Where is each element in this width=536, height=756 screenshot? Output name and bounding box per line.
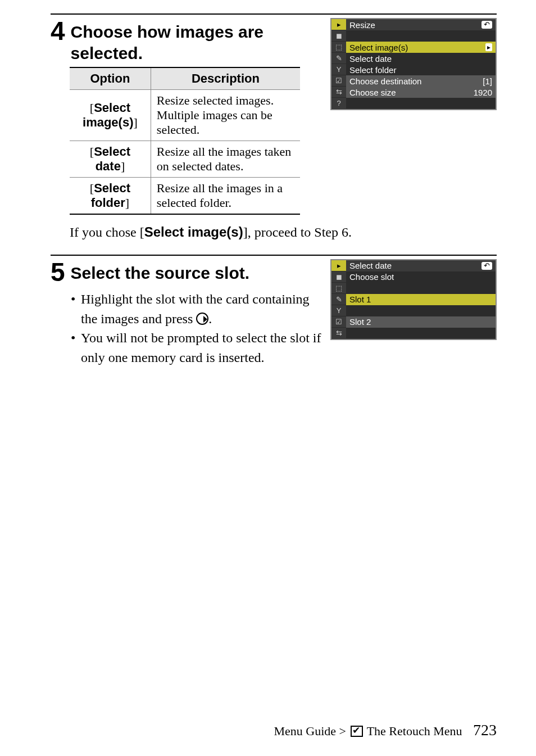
sidebar-retouch-icon: ☑ — [331, 316, 346, 328]
resize-menu-screenshot: ▸ ◼ ⬚ ✎ Y ☑ ⇆ ? Resize ↶ — [330, 18, 497, 110]
screenshot-subtitle: Choose slot — [346, 271, 496, 283]
col-option-header: Option — [70, 67, 151, 90]
sidebar-retouch-icon: ☑ — [331, 75, 346, 87]
sidebar-playback-icon: ▸ — [331, 19, 346, 30]
sidebar-pencil-icon: ✎ — [331, 53, 346, 64]
sidebar-help-icon: ? — [331, 98, 346, 109]
step-5-number: 5 — [51, 259, 65, 285]
step-5-bullet-1: Highlight the slot with the card contain… — [71, 289, 322, 329]
sidebar-mymenu-icon: ⇆ — [331, 87, 346, 98]
screenshot-title: Resize — [349, 20, 375, 30]
step-5-bullet-2: You will not be prompted to select the s… — [71, 328, 322, 368]
table-row: [Select date] Resize all the images take… — [70, 141, 300, 178]
menu-item-slot-2: Slot 2 — [346, 316, 496, 328]
sidebar-wrench-icon: Y — [331, 64, 346, 75]
options-table: Option Description [Select image(s)] Res… — [70, 67, 300, 215]
back-icon: ↶ — [482, 262, 492, 270]
back-icon: ↶ — [482, 21, 492, 29]
sidebar-video-icon: ⬚ — [331, 283, 346, 294]
sidebar-wrench-icon: Y — [331, 305, 346, 316]
menu-item-choose-size: Choose size 1920 — [346, 87, 496, 98]
sidebar-pencil-icon: ✎ — [331, 294, 346, 305]
choose-slot-screenshot: ▸ ◼ ⬚ ✎ Y ☑ ⇆ Select date ↶ Choose slot — [330, 259, 497, 340]
multi-selector-right-icon — [196, 313, 208, 325]
menu-item-choose-destination: Choose destination [1] — [346, 75, 496, 87]
col-description-header: Description — [151, 67, 300, 90]
sidebar-mymenu-icon: ⇆ — [331, 328, 346, 339]
step-4-number: 4 — [51, 18, 65, 44]
step-4-title: Choose how images are selected. — [71, 18, 322, 64]
menu-item-slot-1: Slot 1 — [346, 294, 496, 305]
menu-item-select-date: Select date — [346, 53, 496, 64]
step-4-note: If you chose [Select image(s)], proceed … — [70, 223, 497, 242]
sidebar-camera-icon: ◼ — [331, 271, 346, 283]
sidebar-playback-icon: ▸ — [331, 260, 346, 271]
screenshot-title: Select date — [349, 261, 392, 270]
menu-item-select-folder: Select folder — [346, 64, 496, 75]
table-row: [Select image(s)] Resize selected images… — [70, 90, 300, 141]
page-number: 723 — [473, 721, 497, 739]
retouch-menu-icon — [351, 726, 363, 737]
sidebar-camera-icon: ◼ — [331, 30, 346, 42]
page-footer: Menu Guide > The Retouch Menu 723 — [274, 721, 497, 739]
step-5-title: Select the source slot. — [71, 259, 249, 284]
menu-item-select-images: Select image(s) ▸ — [346, 42, 496, 53]
table-row: [Select folder] Resize all the images in… — [70, 178, 300, 215]
sidebar-video-icon: ⬚ — [331, 42, 346, 53]
